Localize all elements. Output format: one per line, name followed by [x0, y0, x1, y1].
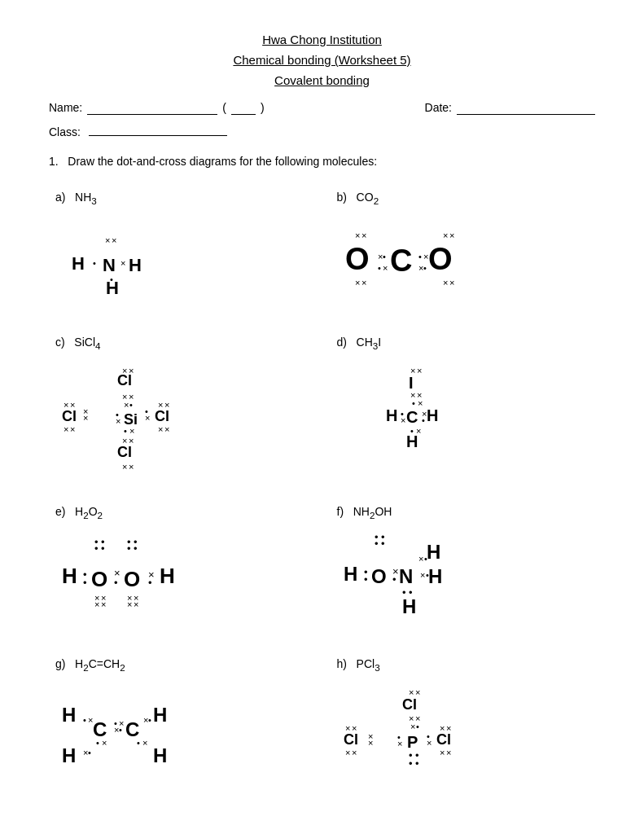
svg-text:×: × [102, 738, 107, 748]
svg-text:×: × [83, 413, 88, 423]
molecule-h2cch2-label: g) H2C=CH2 [55, 657, 308, 673]
molecule-pcl3: h) PCl3 ×× Cl ×× × • P ×× ×× Cl ×× • × •… [331, 651, 596, 808]
molecule-ch3i-label: d) CH3I [337, 336, 589, 351]
svg-text:•: • [88, 748, 91, 757]
svg-text:H: H [153, 704, 167, 726]
date-input[interactable] [457, 100, 595, 115]
svg-text:C: C [406, 408, 418, 426]
svg-text:•: • [378, 263, 381, 273]
svg-text:H: H [153, 744, 167, 766]
svg-text:O: O [91, 567, 107, 591]
svg-text:•: • [83, 577, 87, 589]
molecule-nh3-label: a) NH3 [55, 191, 308, 206]
molecule-co2-label: b) CO2 [337, 191, 589, 206]
svg-text:•: • [418, 252, 422, 261]
svg-text:H: H [427, 541, 440, 563]
svg-text:•: • [410, 426, 414, 436]
svg-text:H: H [160, 564, 175, 588]
svg-text:×: × [420, 570, 425, 580]
class-row: Class: [49, 121, 595, 138]
svg-text:N: N [399, 565, 413, 587]
svg-text:Cl: Cl [62, 408, 77, 424]
svg-text:×: × [352, 748, 357, 757]
svg-text:O: O [124, 567, 140, 591]
svg-text:•: • [383, 252, 386, 261]
svg-text:×: × [427, 738, 432, 748]
svg-text:×: × [397, 739, 402, 748]
name-field-group: Name: ( ) [49, 100, 265, 115]
svg-text:•: • [93, 258, 96, 268]
svg-text:×: × [446, 748, 451, 757]
svg-text:•: • [134, 536, 138, 548]
svg-text:Cl: Cl [117, 372, 132, 388]
topic-title: Covalent bonding [49, 73, 595, 87]
svg-text:×: × [361, 278, 366, 288]
molecule-nh2oh: f) NH2OH H • • •• •• O × • N × • H × • [331, 498, 596, 635]
svg-text:•: • [416, 722, 419, 731]
svg-text:O: O [345, 242, 370, 276]
molecule-h2cch2-diagram: H • × C • × × • C × • H H × • • × [55, 681, 234, 779]
svg-text:×: × [129, 462, 134, 472]
svg-text:•: • [94, 536, 99, 548]
page-header: Hwa Chong Institution Chemical bonding (… [49, 33, 595, 87]
svg-text:P: P [407, 733, 418, 751]
svg-text:×: × [94, 599, 99, 609]
svg-text:×: × [345, 748, 350, 757]
svg-text:•: • [381, 531, 385, 543]
svg-text:×: × [122, 462, 127, 472]
svg-text:C: C [125, 718, 139, 740]
svg-text:×: × [116, 416, 120, 426]
molecules-grid: a) NH3 H • N × × × H H • b) CO2 ×× [49, 184, 595, 808]
molecule-h2o2-diagram: H • • •• •• O ×× ×× × • •• •• O ×× ×× × … [55, 528, 234, 617]
svg-text:×: × [443, 230, 448, 240]
molecule-nh2oh-label: f) NH2OH [337, 505, 589, 520]
svg-text:Cl: Cl [402, 696, 417, 713]
svg-text:×: × [383, 263, 388, 273]
molecule-nh3: a) NH3 H • N × × × H H • [49, 184, 314, 313]
molecule-pcl3-diagram: ×× Cl ×× × • P ×× ×× Cl ×× • × •× ×× Cl … [337, 681, 516, 799]
worksheet-title: Chemical bonding (Worksheet 5) [49, 53, 595, 67]
svg-text:•: • [119, 725, 122, 735]
svg-text:Cl: Cl [344, 731, 358, 748]
svg-text:•: • [148, 577, 152, 589]
name-paren-input[interactable] [231, 100, 256, 115]
svg-text:×: × [70, 424, 75, 434]
name-label: Name: [49, 101, 82, 114]
svg-text:×: × [368, 738, 373, 748]
svg-text:H: H [386, 406, 397, 424]
svg-text:×: × [145, 413, 150, 423]
svg-text:×: × [64, 424, 68, 434]
svg-text:•: • [412, 398, 415, 408]
svg-text:×: × [449, 278, 454, 288]
svg-text:×: × [443, 278, 448, 288]
svg-text:•: • [364, 573, 368, 586]
svg-text:×: × [449, 230, 454, 240]
svg-text:×: × [129, 426, 134, 436]
svg-text:O: O [428, 242, 453, 276]
svg-text:C: C [390, 244, 412, 278]
svg-text:N: N [103, 255, 116, 275]
svg-text:×: × [401, 415, 405, 425]
molecule-pcl3-label: h) PCl3 [337, 657, 589, 673]
name-input[interactable] [87, 100, 217, 115]
svg-text:×: × [142, 738, 147, 748]
name-date-row: Name: ( ) Date: [49, 100, 595, 115]
svg-text:•: • [423, 263, 427, 273]
svg-text:•: • [392, 573, 396, 586]
svg-text:×: × [112, 235, 116, 245]
molecule-nh2oh-diagram: H • • •• •• O × • N × • H × • H • [337, 528, 532, 626]
svg-text:×: × [158, 424, 163, 434]
svg-text:Cl: Cl [155, 408, 169, 424]
svg-text:•: • [101, 536, 105, 548]
svg-text:×: × [120, 258, 125, 268]
molecule-sicl4-diagram: ×× Cl ×× × • Si ×× ×× Cl ×× • × •× ×× Cl… [55, 359, 218, 473]
svg-text:×: × [124, 400, 129, 410]
molecule-h2o2: e) H2O2 H • • •• •• O ×× ×× × • •• •• O … [49, 498, 314, 635]
svg-text:•: • [137, 738, 140, 748]
svg-text:•: • [375, 531, 379, 543]
svg-text:×: × [105, 235, 110, 245]
class-input[interactable] [89, 121, 227, 136]
molecule-co2-diagram: ×× ×× O × • • × C • × × • O ×× ×× [337, 214, 549, 304]
svg-text:•: • [124, 426, 127, 436]
svg-text:Si: Si [124, 411, 138, 428]
